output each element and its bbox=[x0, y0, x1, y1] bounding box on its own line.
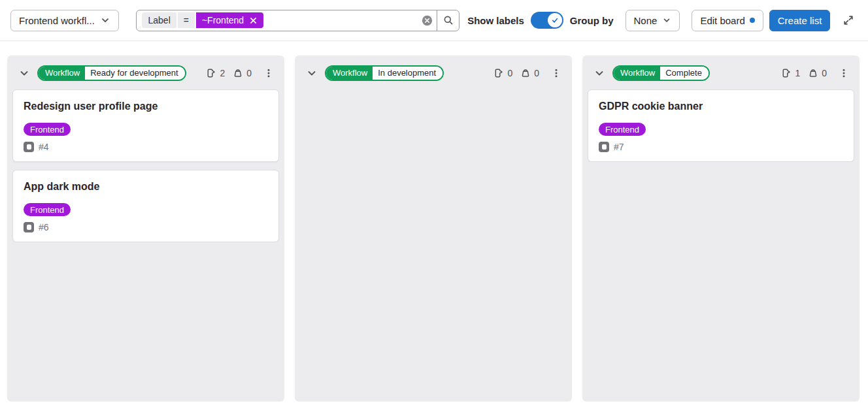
issue-card[interactable]: Redesign user profile page Frontend #4 bbox=[12, 89, 279, 162]
toggle-knob bbox=[548, 13, 562, 27]
issue-meta: #6 bbox=[24, 222, 268, 232]
board-list-ready-for-development: Workflow Ready for development 2 0 Redes… bbox=[7, 56, 284, 402]
check-icon bbox=[550, 16, 559, 25]
board-switcher-dropdown[interactable]: Frontend workfl... bbox=[10, 10, 119, 31]
weight-count: 0 bbox=[808, 68, 827, 78]
issue-card[interactable]: App dark mode Frontend #6 bbox=[12, 170, 279, 242]
list-counts: 1 0 bbox=[781, 68, 827, 78]
ellipsis-v-icon bbox=[839, 68, 849, 78]
notification-dot bbox=[750, 18, 755, 23]
issue-label-frontend[interactable]: Frontend bbox=[24, 203, 71, 216]
list-actions-menu-button[interactable] bbox=[548, 65, 564, 81]
project-avatar bbox=[599, 142, 609, 152]
list-counts: 0 0 bbox=[493, 68, 539, 78]
filter-token-value-label: ~Frontend bbox=[202, 15, 244, 25]
create-list-button[interactable]: Create list bbox=[769, 10, 831, 31]
project-avatar bbox=[24, 222, 34, 232]
list-scoped-label[interactable]: Workflow In development bbox=[325, 65, 444, 81]
weight-count: 0 bbox=[233, 68, 252, 78]
weight-count: 0 bbox=[520, 68, 539, 78]
weight-count-value: 0 bbox=[534, 68, 539, 78]
filter-token-operator[interactable]: = bbox=[178, 12, 195, 28]
issue-count: 0 bbox=[493, 68, 512, 78]
search-icon bbox=[443, 15, 454, 25]
board-list-in-development: Workflow In development 0 0 bbox=[295, 56, 572, 402]
collapse-list-button[interactable] bbox=[592, 65, 607, 81]
list-header: Workflow In development 0 0 bbox=[300, 61, 567, 86]
filter-token-key[interactable]: Label bbox=[142, 12, 176, 28]
expand-icon bbox=[843, 14, 854, 26]
card-list: Redesign user profile page Frontend #4 A… bbox=[12, 89, 279, 242]
issue-title: GDPR cookie banner bbox=[599, 99, 843, 113]
issue-board: Workflow Ready for development 2 0 Redes… bbox=[0, 41, 868, 402]
clear-circle-icon bbox=[422, 15, 433, 26]
collapse-list-button[interactable] bbox=[16, 65, 32, 81]
collapse-list-button[interactable] bbox=[304, 65, 320, 81]
list-actions-menu-button[interactable] bbox=[836, 65, 852, 81]
issue-count-value: 0 bbox=[507, 68, 512, 78]
label-scope: Workflow bbox=[39, 67, 85, 80]
weight-count-value: 0 bbox=[246, 68, 252, 78]
issues-icon bbox=[493, 68, 504, 78]
show-labels-label: Show labels bbox=[467, 15, 524, 26]
issue-reference: #4 bbox=[39, 142, 49, 152]
chevron-down-icon bbox=[594, 68, 605, 78]
chevron-down-icon bbox=[307, 68, 317, 78]
list-header: Workflow Complete 1 0 bbox=[588, 61, 854, 86]
issue-reference: #6 bbox=[39, 222, 49, 232]
issues-icon bbox=[206, 68, 216, 78]
weight-icon bbox=[808, 68, 818, 78]
label-value: Complete bbox=[660, 67, 709, 80]
weight-icon bbox=[233, 68, 243, 78]
label-scope: Workflow bbox=[326, 67, 373, 80]
group-by-dropdown[interactable]: None bbox=[626, 10, 680, 31]
issues-icon bbox=[781, 68, 792, 78]
weight-count-value: 0 bbox=[822, 68, 827, 78]
label-value: In development bbox=[373, 67, 442, 80]
issue-label-frontend[interactable]: Frontend bbox=[24, 123, 71, 136]
issue-title: Redesign user profile page bbox=[24, 99, 268, 113]
chevron-down-icon bbox=[662, 16, 671, 25]
edit-board-button[interactable]: Edit board bbox=[692, 10, 763, 31]
issue-meta: #7 bbox=[599, 142, 843, 152]
group-by-label: Group by bbox=[570, 15, 614, 26]
remove-token-icon[interactable] bbox=[249, 16, 258, 25]
issue-count-value: 2 bbox=[220, 68, 225, 78]
board-list-complete: Workflow Complete 1 0 GDPR cookie banner bbox=[582, 56, 860, 402]
issue-reference: #7 bbox=[614, 142, 624, 152]
board-toolbar: Frontend workfl... Label = ~Frontend bbox=[0, 0, 868, 41]
label-scope: Workflow bbox=[614, 67, 660, 80]
weight-icon bbox=[520, 68, 531, 78]
ellipsis-v-icon bbox=[551, 68, 561, 78]
issue-meta: #4 bbox=[24, 142, 268, 152]
issue-count: 2 bbox=[206, 68, 225, 78]
chevron-down-icon bbox=[19, 68, 29, 78]
board-switcher-label: Frontend workfl... bbox=[19, 15, 95, 26]
list-header: Workflow Ready for development 2 0 bbox=[12, 61, 279, 86]
issue-label-frontend[interactable]: Frontend bbox=[599, 123, 646, 136]
project-avatar bbox=[24, 142, 34, 152]
issue-title: App dark mode bbox=[24, 180, 268, 193]
filter-token-value[interactable]: ~Frontend bbox=[196, 12, 263, 28]
clear-search-button[interactable] bbox=[417, 10, 437, 31]
issue-count-value: 1 bbox=[795, 68, 800, 78]
filter-token-group: Label = ~Frontend bbox=[137, 10, 417, 31]
label-value: Ready for development bbox=[85, 67, 184, 80]
issue-card[interactable]: GDPR cookie banner Frontend #7 bbox=[588, 89, 854, 162]
list-scoped-label[interactable]: Workflow Complete bbox=[612, 65, 710, 81]
fullscreen-button[interactable] bbox=[839, 11, 858, 29]
search-button[interactable] bbox=[437, 10, 459, 31]
list-counts: 2 0 bbox=[206, 68, 252, 78]
filtered-search-bar[interactable]: Label = ~Frontend bbox=[136, 10, 459, 31]
edit-board-label: Edit board bbox=[700, 15, 744, 26]
group-by-value: None bbox=[634, 15, 658, 26]
card-list: GDPR cookie banner Frontend #7 bbox=[588, 89, 854, 162]
show-labels-toggle[interactable] bbox=[531, 12, 563, 29]
ellipsis-v-icon bbox=[263, 68, 274, 78]
create-list-label: Create list bbox=[778, 15, 822, 26]
list-actions-menu-button[interactable] bbox=[261, 65, 276, 81]
list-scoped-label[interactable]: Workflow Ready for development bbox=[37, 65, 186, 81]
chevron-down-icon bbox=[100, 15, 110, 25]
issue-count: 1 bbox=[781, 68, 800, 78]
